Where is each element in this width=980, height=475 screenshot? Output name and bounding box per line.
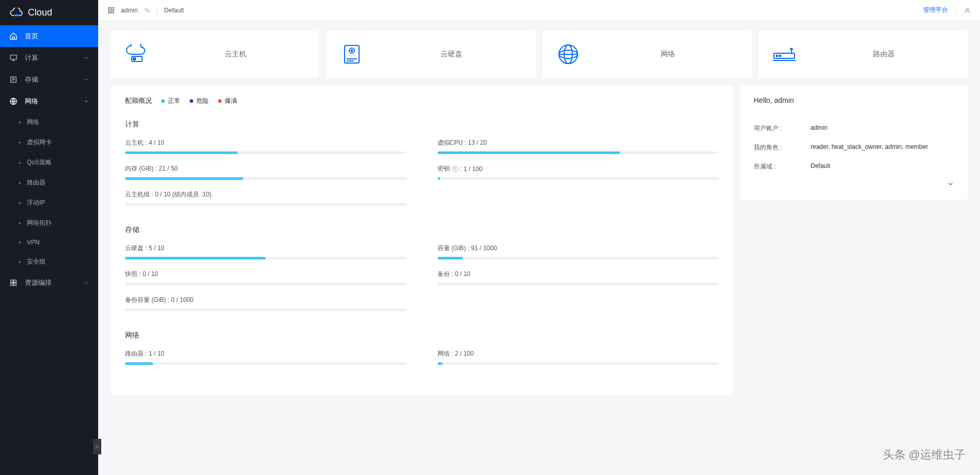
user-account-value: admin: [811, 124, 954, 133]
quota-compute-grid: 云主机 : 4 / 10虚拟CPU : 13 / 20内存 (GiB) : 21…: [125, 139, 719, 206]
quota-label: 容量 (GiB) : 91 / 1000: [438, 244, 719, 253]
sidebar-item-network[interactable]: 网络: [0, 90, 98, 112]
sidebar-item-label: 资源编排: [25, 278, 52, 287]
quota-title: 配额概况: [125, 96, 152, 105]
quota-bar: [125, 257, 407, 259]
sidebar-item-compute[interactable]: 计算: [0, 47, 98, 69]
svg-rect-3: [11, 280, 13, 283]
card-label: 路由器: [813, 50, 955, 59]
dot-icon: [19, 222, 21, 224]
dot-icon: [161, 99, 165, 103]
quota-item: 容量 (GiB) : 91 / 1000: [438, 244, 719, 259]
dot-icon: [190, 99, 193, 103]
submenu-label: 浮动IP: [27, 198, 45, 207]
dot-icon: [218, 99, 222, 103]
help-icon[interactable]: ?: [452, 166, 458, 172]
dot-icon: [19, 182, 21, 184]
quota-header: 配额概况 正常 危险 爆满: [125, 96, 719, 105]
dot-icon: [19, 121, 21, 124]
dashboard-icon[interactable]: [107, 7, 115, 14]
chevron-down-icon: [947, 180, 954, 188]
user-domain-row: 所属域 : Default: [754, 157, 954, 176]
quota-item: 快照 : 0 / 10: [125, 270, 407, 285]
quota-bar: [125, 177, 407, 180]
quota-fill: [125, 177, 243, 180]
quota-label: 云硬盘 : 5 / 10: [125, 244, 407, 253]
submenu-vnic[interactable]: 虚拟网卡: [0, 132, 98, 152]
logo[interactable]: Cloud: [0, 0, 98, 25]
submenu-label: 安全组: [27, 257, 45, 266]
quota-item: 虚拟CPU : 13 / 20: [438, 139, 719, 154]
quota-fill: [125, 362, 153, 365]
globe-icon: [9, 97, 18, 105]
quota-item: 云主机组 : 0 / 10 (组内成员 :10): [125, 190, 407, 206]
user-avatar-button[interactable]: [956, 3, 971, 18]
home-icon: [9, 32, 18, 40]
submenu-router[interactable]: 路由器: [0, 173, 98, 193]
sidebar-item-label: 计算: [25, 53, 38, 63]
quota-bar: [438, 257, 719, 259]
section-network-title: 网络: [125, 331, 719, 340]
quota-fill: [438, 151, 620, 154]
quota-item: 内存 (GiB) : 21 / 50: [125, 164, 407, 180]
user-panel: Hello, admin 用户账户 : admin 我的角色 : reader,…: [740, 86, 968, 200]
swap-icon[interactable]: [144, 7, 150, 13]
submenu-network[interactable]: 网络: [0, 112, 98, 132]
dot-icon: [19, 142, 21, 144]
submenu-topology[interactable]: 网络拓扑: [0, 213, 98, 233]
svg-rect-13: [133, 58, 135, 60]
network-icon: [555, 41, 581, 67]
quota-bar: [438, 362, 719, 365]
quota-bar: [125, 151, 407, 154]
card-label: 网络: [597, 50, 739, 59]
quota-label: 云主机 : 4 / 10: [125, 139, 407, 147]
grid-icon: [9, 279, 18, 287]
sidebar-item-home[interactable]: 首页: [0, 25, 98, 47]
submenu-vpn[interactable]: VPN: [0, 233, 98, 252]
quota-label: 备份 : 0 / 10: [438, 270, 719, 279]
svg-rect-8: [112, 7, 114, 9]
card-volume[interactable]: 云硬盘: [326, 31, 535, 78]
sidebar-item-orchestration[interactable]: 资源编排: [0, 272, 98, 294]
summary-cards: 云主机 云硬盘 网络 路由器: [111, 31, 968, 78]
submenu-label: 网络拓扑: [27, 219, 52, 227]
svg-point-21: [776, 55, 777, 57]
svg-rect-5: [11, 283, 13, 286]
svg-rect-4: [14, 280, 17, 283]
topbar-user[interactable]: admin: [121, 7, 138, 14]
submenu-security-group[interactable]: 安全组: [0, 252, 98, 272]
user-account-key: 用户账户 :: [754, 124, 811, 133]
card-router[interactable]: 路由器: [759, 31, 968, 78]
user-roles-value: reader, heat_stack_owner, admin, member: [811, 143, 954, 152]
section-storage-title: 存储: [125, 225, 719, 235]
svg-rect-10: [112, 11, 114, 13]
card-network[interactable]: 网络: [543, 31, 752, 78]
user-icon: [964, 6, 971, 14]
quota-item: 云主机 : 4 / 10: [125, 139, 407, 154]
user-expand-button[interactable]: [754, 180, 954, 189]
quota-label: 内存 (GiB) : 21 / 50: [125, 164, 407, 173]
submenu-qos[interactable]: QoS策略: [0, 152, 98, 173]
card-instance[interactable]: 云主机: [111, 31, 319, 78]
section-compute-title: 计算: [125, 120, 719, 129]
quota-bar: [438, 177, 719, 180]
manage-platform-link[interactable]: 管理平台: [923, 6, 948, 14]
quota-fill: [438, 362, 443, 365]
svg-rect-6: [14, 283, 17, 286]
legend-danger: 危险: [190, 97, 209, 105]
quota-item: 密钥? : 1 / 100: [438, 164, 719, 180]
sidebar-item-storage[interactable]: 存储: [0, 69, 98, 90]
quota-bar: [125, 309, 407, 311]
submenu-label: QoS策略: [27, 158, 52, 167]
card-label: 云主机: [164, 50, 307, 59]
submenu-label: 网络: [27, 118, 39, 127]
separator: |: [157, 7, 158, 14]
submenu-floating-ip[interactable]: 浮动IP: [0, 193, 98, 213]
sidebar-item-label: 首页: [25, 32, 38, 41]
topbar-domain[interactable]: Default: [164, 7, 184, 14]
cloud-logo-icon: [9, 8, 24, 18]
sidebar-item-label: 网络: [25, 97, 38, 106]
svg-point-11: [966, 8, 968, 10]
quota-panel: 配额概况 正常 危险 爆满 计算 云主机 : 4 / 10虚拟CPU : 13 …: [111, 86, 733, 395]
quota-item: 备份容量 (GiB) : 0 / 1000: [125, 296, 407, 311]
